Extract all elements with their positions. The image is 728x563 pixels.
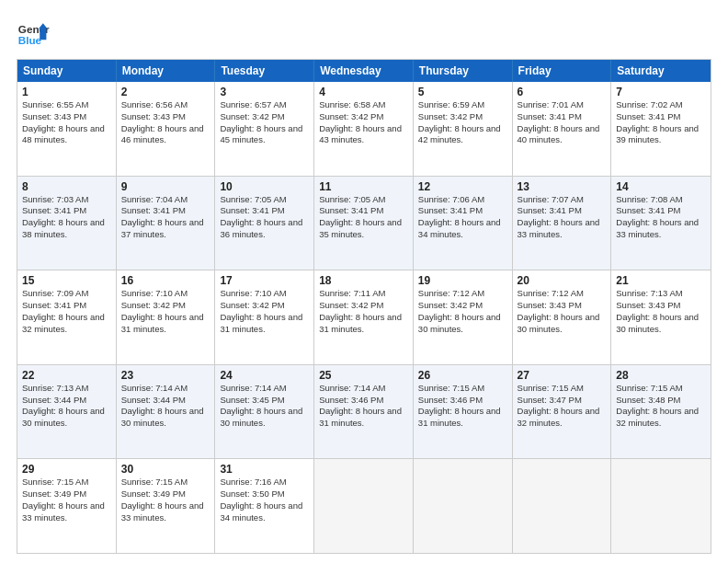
day-info: Sunrise: 7:14 AM Sunset: 3:46 PM Dayligh…: [319, 383, 408, 430]
day-info: Sunrise: 7:10 AM Sunset: 3:42 PM Dayligh…: [121, 288, 210, 335]
day-number: 23: [121, 369, 210, 382]
day-number: 5: [418, 86, 507, 98]
day-info: Sunrise: 7:14 AM Sunset: 3:44 PM Dayligh…: [121, 383, 210, 430]
logo-icon: General Blue: [17, 17, 50, 50]
calendar-cell: 14Sunrise: 7:08 AM Sunset: 3:41 PM Dayli…: [611, 177, 711, 270]
calendar-cell: 8Sunrise: 7:03 AM Sunset: 3:41 PM Daylig…: [17, 177, 117, 270]
page: General Blue SundayMondayTuesdayWednesda…: [0, 0, 728, 563]
day-info: Sunrise: 7:16 AM Sunset: 3:50 PM Dayligh…: [220, 477, 309, 523]
day-info: Sunrise: 7:11 AM Sunset: 3:42 PM Dayligh…: [319, 288, 408, 335]
header: General Blue: [17, 17, 711, 50]
day-info: Sunrise: 7:07 AM Sunset: 3:41 PM Dayligh…: [518, 194, 607, 241]
day-number: 28: [616, 369, 706, 382]
calendar-cell: 24Sunrise: 7:14 AM Sunset: 3:45 PM Dayli…: [215, 365, 314, 459]
day-info: Sunrise: 7:06 AM Sunset: 3:41 PM Dayligh…: [418, 194, 507, 241]
day-info: Sunrise: 7:12 AM Sunset: 3:43 PM Dayligh…: [518, 288, 607, 335]
day-number: 22: [22, 369, 111, 382]
day-number: 17: [220, 274, 309, 287]
day-number: 6: [518, 86, 607, 98]
day-of-week-wednesday: Wednesday: [314, 60, 414, 82]
calendar-cell: 28Sunrise: 7:15 AM Sunset: 3:48 PM Dayli…: [611, 365, 711, 459]
day-number: 15: [22, 274, 111, 287]
calendar-cell: [513, 459, 612, 553]
calendar-cell: [611, 459, 711, 553]
calendar-cell: 15Sunrise: 7:09 AM Sunset: 3:41 PM Dayli…: [17, 270, 117, 364]
calendar-row: 15Sunrise: 7:09 AM Sunset: 3:41 PM Dayli…: [17, 270, 711, 364]
calendar-cell: 20Sunrise: 7:12 AM Sunset: 3:43 PM Dayli…: [513, 270, 612, 364]
day-number: 27: [518, 369, 607, 382]
day-info: Sunrise: 6:55 AM Sunset: 3:43 PM Dayligh…: [22, 99, 111, 146]
calendar-cell: 30Sunrise: 7:15 AM Sunset: 3:49 PM Dayli…: [117, 459, 216, 553]
calendar-cell: 4Sunrise: 6:58 AM Sunset: 3:42 PM Daylig…: [314, 82, 414, 176]
day-number: 13: [518, 180, 607, 193]
day-info: Sunrise: 7:13 AM Sunset: 3:43 PM Dayligh…: [616, 288, 706, 335]
day-number: 31: [220, 463, 309, 476]
calendar-cell: 17Sunrise: 7:10 AM Sunset: 3:42 PM Dayli…: [215, 270, 314, 364]
day-info: Sunrise: 7:03 AM Sunset: 3:41 PM Dayligh…: [22, 194, 111, 241]
day-number: 2: [121, 86, 210, 98]
day-number: 12: [418, 180, 507, 193]
calendar-cell: 25Sunrise: 7:14 AM Sunset: 3:46 PM Dayli…: [314, 365, 414, 459]
calendar-cell: 31Sunrise: 7:16 AM Sunset: 3:50 PM Dayli…: [215, 459, 314, 553]
day-info: Sunrise: 6:58 AM Sunset: 3:42 PM Dayligh…: [319, 99, 408, 146]
day-number: 9: [121, 180, 210, 193]
day-info: Sunrise: 7:02 AM Sunset: 3:41 PM Dayligh…: [616, 99, 706, 146]
day-info: Sunrise: 7:13 AM Sunset: 3:44 PM Dayligh…: [22, 383, 111, 430]
calendar-cell: 18Sunrise: 7:11 AM Sunset: 3:42 PM Dayli…: [314, 270, 414, 364]
calendar-cell: [314, 459, 414, 553]
calendar-cell: 21Sunrise: 7:13 AM Sunset: 3:43 PM Dayli…: [611, 270, 711, 364]
day-info: Sunrise: 7:14 AM Sunset: 3:45 PM Dayligh…: [220, 383, 309, 430]
day-info: Sunrise: 7:04 AM Sunset: 3:41 PM Dayligh…: [121, 194, 210, 241]
day-number: 19: [418, 274, 507, 287]
day-of-week-saturday: Saturday: [611, 60, 711, 82]
calendar-cell: 6Sunrise: 7:01 AM Sunset: 3:41 PM Daylig…: [513, 82, 612, 176]
calendar-row: 22Sunrise: 7:13 AM Sunset: 3:44 PM Dayli…: [17, 364, 711, 459]
day-of-week-thursday: Thursday: [414, 60, 513, 82]
calendar-cell: 23Sunrise: 7:14 AM Sunset: 3:44 PM Dayli…: [117, 365, 216, 459]
day-info: Sunrise: 7:15 AM Sunset: 3:46 PM Dayligh…: [418, 383, 507, 430]
day-number: 20: [518, 274, 607, 287]
calendar: SundayMondayTuesdayWednesdayThursdayFrid…: [17, 59, 711, 554]
calendar-cell: 7Sunrise: 7:02 AM Sunset: 3:41 PM Daylig…: [611, 82, 711, 176]
day-number: 16: [121, 274, 210, 287]
day-info: Sunrise: 7:15 AM Sunset: 3:49 PM Dayligh…: [121, 477, 210, 523]
day-info: Sunrise: 7:10 AM Sunset: 3:42 PM Dayligh…: [220, 288, 309, 335]
day-info: Sunrise: 7:15 AM Sunset: 3:47 PM Dayligh…: [518, 383, 607, 430]
day-info: Sunrise: 7:05 AM Sunset: 3:41 PM Dayligh…: [220, 194, 309, 241]
day-number: 18: [319, 274, 408, 287]
calendar-cell: 13Sunrise: 7:07 AM Sunset: 3:41 PM Dayli…: [513, 177, 612, 270]
day-number: 4: [319, 86, 408, 98]
day-number: 24: [220, 369, 309, 382]
day-number: 1: [22, 86, 111, 98]
day-number: 7: [616, 86, 706, 98]
day-number: 21: [616, 274, 706, 287]
day-info: Sunrise: 6:56 AM Sunset: 3:43 PM Dayligh…: [121, 99, 210, 146]
day-info: Sunrise: 7:09 AM Sunset: 3:41 PM Dayligh…: [22, 288, 111, 335]
calendar-cell: [414, 459, 513, 553]
day-number: 14: [616, 180, 706, 193]
calendar-cell: 27Sunrise: 7:15 AM Sunset: 3:47 PM Dayli…: [513, 365, 612, 459]
day-info: Sunrise: 7:05 AM Sunset: 3:41 PM Dayligh…: [319, 194, 408, 241]
calendar-row: 8Sunrise: 7:03 AM Sunset: 3:41 PM Daylig…: [17, 176, 711, 270]
day-number: 11: [319, 180, 408, 193]
day-info: Sunrise: 7:12 AM Sunset: 3:42 PM Dayligh…: [418, 288, 507, 335]
calendar-cell: 29Sunrise: 7:15 AM Sunset: 3:49 PM Dayli…: [17, 459, 117, 553]
day-info: Sunrise: 7:01 AM Sunset: 3:41 PM Dayligh…: [518, 99, 607, 146]
day-of-week-sunday: Sunday: [17, 60, 117, 82]
day-info: Sunrise: 6:57 AM Sunset: 3:42 PM Dayligh…: [220, 99, 309, 146]
day-of-week-friday: Friday: [513, 60, 612, 82]
calendar-cell: 19Sunrise: 7:12 AM Sunset: 3:42 PM Dayli…: [414, 270, 513, 364]
calendar-cell: 10Sunrise: 7:05 AM Sunset: 3:41 PM Dayli…: [215, 177, 314, 270]
day-number: 10: [220, 180, 309, 193]
svg-text:Blue: Blue: [18, 34, 42, 46]
calendar-row: 29Sunrise: 7:15 AM Sunset: 3:49 PM Dayli…: [17, 458, 711, 553]
calendar-cell: 12Sunrise: 7:06 AM Sunset: 3:41 PM Dayli…: [414, 177, 513, 270]
calendar-cell: 2Sunrise: 6:56 AM Sunset: 3:43 PM Daylig…: [117, 82, 216, 176]
calendar-cell: 11Sunrise: 7:05 AM Sunset: 3:41 PM Dayli…: [314, 177, 414, 270]
day-number: 29: [22, 463, 111, 476]
calendar-cell: 22Sunrise: 7:13 AM Sunset: 3:44 PM Dayli…: [17, 365, 117, 459]
logo: General Blue: [17, 17, 50, 50]
day-number: 30: [121, 463, 210, 476]
calendar-cell: 26Sunrise: 7:15 AM Sunset: 3:46 PM Dayli…: [414, 365, 513, 459]
day-info: Sunrise: 7:15 AM Sunset: 3:48 PM Dayligh…: [616, 383, 706, 430]
